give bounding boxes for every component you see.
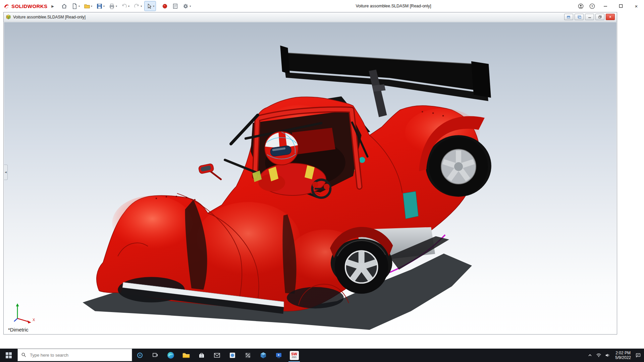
select-tool-button[interactable]: ▾ (144, 1, 156, 11)
teal-accent (359, 157, 365, 163)
rebuild-button[interactable] (160, 1, 170, 11)
open-folder-icon (84, 3, 90, 9)
rear-right-wheel-group[interactable] (426, 135, 491, 197)
dropdown-caret-icon[interactable]: ▾ (78, 5, 80, 8)
cortana-button[interactable] (132, 349, 148, 362)
print-icon (109, 3, 115, 9)
file-properties-icon (172, 3, 178, 9)
3d-viewer-icon (260, 352, 267, 359)
dropdown-caret-icon[interactable]: ▾ (141, 5, 142, 8)
dropdown-caret-icon[interactable]: ▾ (91, 5, 92, 8)
solidworks-taskbar-button[interactable]: SW 2021 (286, 349, 302, 362)
file-explorer-button[interactable] (178, 349, 194, 362)
graphics-viewport[interactable]: X *Dimetric ◀ (4, 22, 616, 334)
system-tray: 2:02 PM 5/9/2022 (587, 349, 644, 362)
action-center-icon[interactable] (635, 352, 641, 358)
search-input[interactable] (29, 352, 118, 358)
tray-chevron-icon[interactable] (587, 353, 593, 358)
doc-restore-icon (598, 15, 602, 18)
dropdown-caret-icon[interactable]: ▾ (153, 5, 154, 8)
doc-restore-button[interactable] (595, 14, 604, 20)
photos-icon (229, 352, 236, 359)
photos-button[interactable] (225, 349, 240, 362)
dropdown-caret-icon[interactable]: ▾ (103, 5, 105, 8)
edge-icon (167, 351, 175, 359)
windows-taskbar: SW 2021 2:02 PM 5/9/2022 (0, 349, 644, 362)
panel-collapse-handle[interactable]: ◀ (4, 165, 8, 180)
app-window-title: Voiture assomblee.SLDASM [Read-only] (356, 0, 431, 12)
close-button[interactable]: × (629, 0, 644, 12)
doc-dock-button[interactable] (575, 14, 584, 20)
maximize-icon (619, 4, 623, 8)
triad-x-label: X (33, 318, 35, 322)
new-document-button[interactable]: ▾ (70, 1, 82, 11)
account-button[interactable] (575, 0, 586, 12)
doc-minimize-button[interactable] (585, 14, 594, 20)
network-icon[interactable] (596, 352, 602, 358)
save-icon (96, 3, 103, 9)
clock-time: 2:02 PM (615, 351, 631, 355)
brand-wordmark: SOLIDWORKS (11, 3, 47, 9)
solidworks-year-text: 2021 (292, 356, 297, 359)
home-button[interactable] (59, 1, 69, 11)
taskbar-clock[interactable]: 2:02 PM 5/9/2022 (614, 351, 632, 360)
toolbar-expand-icon[interactable]: ▶ (51, 4, 54, 8)
task-view-icon (152, 352, 159, 359)
orientation-triad: X (11, 301, 38, 326)
movies-tv-icon (275, 352, 282, 359)
driver-helmet[interactable] (265, 131, 298, 165)
file-explorer-icon (182, 351, 190, 359)
maximize-button[interactable] (613, 0, 629, 12)
edge-button[interactable] (163, 349, 178, 362)
redo-icon (133, 3, 140, 9)
main-toolbar: ▾ ▾ ▾ ▾ ▾ (59, 1, 193, 11)
file-properties-button[interactable] (170, 1, 180, 11)
store-button[interactable] (194, 349, 209, 362)
doc-close-button[interactable]: × (606, 14, 615, 20)
undo-button[interactable]: ▾ (119, 1, 131, 11)
3d-viewer-button[interactable] (256, 349, 271, 362)
movies-tv-button[interactable] (271, 349, 286, 362)
home-icon (61, 3, 67, 9)
select-cursor-icon (146, 3, 152, 9)
view-orientation-label: *Dimetric (8, 327, 29, 333)
snipping-tool-icon (244, 352, 252, 359)
account-icon (578, 3, 584, 9)
document-title: Voiture assomblee.SLDASM [Read-only] (13, 15, 86, 19)
car-3d-model[interactable] (4, 22, 616, 334)
side-mirror[interactable] (198, 163, 221, 179)
dassault-logo-icon (3, 3, 10, 9)
minimize-button[interactable] (598, 0, 613, 12)
windows-logo-icon (6, 352, 12, 358)
help-icon: ? (589, 3, 595, 9)
document-titlebar[interactable]: Voiture assomblee.SLDASM [Read-only] (4, 12, 617, 22)
doc-float-button[interactable] (564, 14, 573, 20)
redo-button[interactable]: ▾ (132, 1, 144, 11)
document-window: Voiture assomblee.SLDASM [Read-only] (3, 12, 617, 335)
app-titlebar: SOLIDWORKS ▶ ▾ ▾ ▾ (0, 0, 644, 12)
solidworks-brand: SOLIDWORKS (0, 3, 47, 9)
document-window-controls: × (564, 14, 615, 20)
options-button[interactable]: ▾ (181, 1, 193, 11)
teal-side-window[interactable] (403, 191, 418, 219)
mail-button[interactable] (209, 349, 225, 362)
dropdown-caret-icon[interactable]: ▾ (116, 5, 117, 8)
open-button[interactable]: ▾ (82, 1, 94, 11)
snipping-tool-button[interactable] (240, 349, 256, 362)
undo-icon (121, 3, 127, 9)
dropdown-caret-icon[interactable]: ▾ (190, 5, 191, 8)
taskbar-search[interactable] (17, 349, 132, 361)
start-button[interactable] (0, 349, 17, 362)
dropdown-caret-icon[interactable]: ▾ (128, 5, 129, 8)
volume-icon[interactable] (605, 352, 611, 358)
app-window-controls: ? × (575, 0, 644, 12)
task-view-button[interactable] (148, 349, 163, 362)
float-window-icon (567, 15, 571, 19)
print-button[interactable]: ▾ (107, 1, 119, 11)
solidworks-app-icon: SW 2021 (290, 351, 299, 360)
store-icon (198, 352, 205, 359)
svg-text:?: ? (591, 4, 593, 8)
doc-minimize-icon (588, 16, 591, 18)
help-button[interactable]: ? (586, 0, 598, 12)
save-button[interactable]: ▾ (95, 1, 106, 11)
